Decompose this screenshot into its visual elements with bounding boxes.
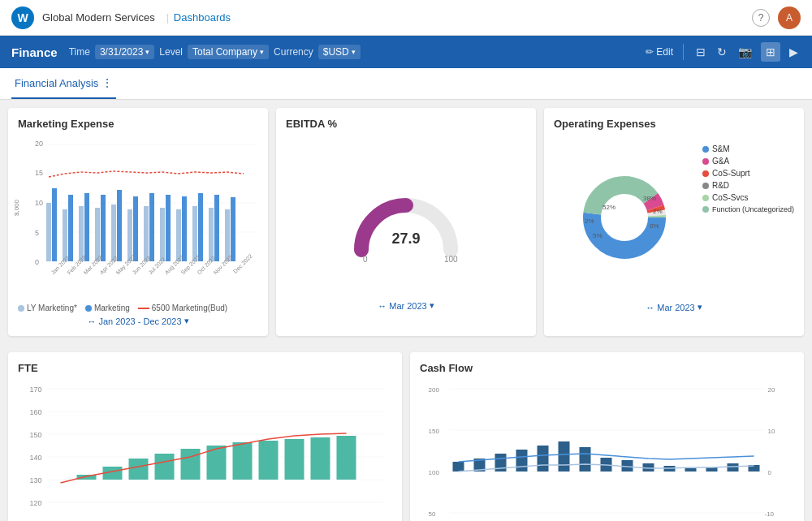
svg-rect-112 (453, 462, 464, 471)
opex-legend-item: CoS-Suprt (702, 169, 794, 178)
svg-rect-80 (155, 454, 175, 480)
avatar[interactable]: A (778, 6, 801, 29)
currency-selector[interactable]: $USD ▾ (318, 45, 361, 59)
marketing-chart-footer: LY Marketing* Marketing 6500 Marketing(B… (18, 304, 258, 312)
svg-text:52%: 52% (603, 204, 615, 211)
svg-text:20: 20 (768, 386, 775, 394)
svg-text:15: 15 (35, 169, 43, 177)
svg-rect-83 (233, 442, 253, 480)
svg-text:10: 10 (35, 199, 43, 207)
finance-title: Finance (11, 45, 58, 59)
svg-rect-25 (160, 208, 165, 261)
camera-icon[interactable]: 📷 (736, 43, 754, 61)
svg-rect-81 (181, 449, 201, 480)
edit-button[interactable]: ✏ Edit (646, 46, 673, 58)
svg-rect-15 (79, 206, 84, 261)
cashflow-chart-title: Cash Flow (420, 362, 794, 374)
fte-chart-title: FTE (18, 362, 392, 374)
svg-rect-16 (84, 193, 89, 261)
marketing-expense-card: Marketing Expense 20 15 10 5 0 $,000 (8, 108, 268, 336)
workday-logo[interactable]: W (11, 6, 34, 29)
grid-view-icon[interactable]: ⊞ (761, 42, 780, 62)
svg-text:0: 0 (768, 469, 772, 476)
legend-dot (702, 183, 709, 189)
svg-rect-84 (259, 441, 279, 480)
svg-rect-12 (52, 188, 57, 261)
legend-dot (18, 305, 24, 312)
legend-line (138, 308, 149, 309)
legend-dot (702, 206, 709, 213)
svg-text:2%: 2% (585, 217, 594, 225)
svg-rect-30 (198, 193, 203, 261)
svg-rect-87 (337, 436, 356, 480)
ebitda-chart-area: 27.9 0 100 (286, 136, 526, 299)
finance-toolbar: Finance Time 3/31/2023 ▾ Level Total Com… (0, 36, 812, 68)
nav-separator: | (166, 12, 169, 24)
cashflow-card: Cash Flow 200 150 100 50 20 10 0 -10 (410, 352, 804, 521)
chevron-down-icon: ▾ (184, 316, 189, 326)
filter-icon[interactable]: ⊟ (693, 43, 708, 61)
refresh-icon[interactable]: ↻ (715, 43, 729, 61)
svg-text:100: 100 (429, 469, 440, 476)
time-selector[interactable]: 3/31/2023 ▾ (95, 45, 154, 59)
toolbar-actions: ✏ Edit ⊟ ↻ 📷 ⊞ ▶ (646, 42, 801, 62)
svg-rect-115 (516, 450, 528, 471)
svg-text:$,000: $,000 (13, 199, 20, 216)
svg-rect-86 (311, 437, 330, 480)
svg-rect-125 (728, 463, 739, 471)
svg-text:5%: 5% (593, 232, 603, 239)
opex-legend-item: S&M (702, 144, 794, 153)
svg-text:20: 20 (35, 140, 43, 148)
currency-label: Currency (274, 46, 313, 58)
svg-text:-10: -10 (765, 510, 775, 518)
dashboards-link[interactable]: Dashboards (174, 11, 231, 24)
level-selector[interactable]: Total Company ▾ (188, 45, 269, 59)
svg-rect-14 (68, 195, 73, 261)
svg-rect-117 (559, 441, 570, 471)
company-name: Global Modern Services (42, 11, 155, 24)
ebitda-date-selector[interactable]: ↔ Mar 2023 ▾ (378, 300, 434, 311)
svg-text:150: 150 (30, 431, 42, 439)
ebitda-card: EBITDA % 27.9 0 100 ↔ Mar 2023 ▾ (276, 108, 536, 336)
pencil-icon: ✏ (646, 46, 654, 58)
svg-text:2%: 2% (653, 208, 663, 215)
opex-date-selector[interactable]: ↔ Mar 2023 ▾ (646, 302, 702, 312)
legend-dot (702, 195, 709, 201)
marketing-chart-title: Marketing Expense (18, 118, 258, 130)
svg-text:170: 170 (30, 385, 42, 394)
video-icon[interactable]: ▶ (787, 43, 801, 61)
legend-marketing: Marketing (85, 304, 130, 312)
opex-chart-title: Operating Expenses (554, 118, 794, 130)
svg-text:50: 50 (429, 510, 436, 518)
opex-donut-wrap: 52% 38% 5% 2% 2% 0% (554, 136, 696, 299)
legend-dot (702, 146, 709, 153)
svg-text:120: 120 (30, 499, 42, 507)
chevron-down-icon: ▾ (430, 300, 434, 311)
top-nav: W Global Modern Services | Dashboards ? … (0, 0, 812, 36)
tab-options-icon[interactable]: ⋮ (102, 76, 113, 89)
svg-rect-22 (133, 196, 138, 261)
legend-ly-marketing: LY Marketing* (18, 304, 77, 312)
svg-text:140: 140 (30, 454, 42, 462)
tab-bar: Financial Analysis ⋮ (0, 68, 812, 100)
svg-rect-19 (111, 205, 116, 261)
svg-rect-29 (192, 206, 197, 261)
top-nav-right: ? A (752, 6, 801, 29)
legend-dot (702, 158, 709, 165)
svg-rect-24 (149, 193, 154, 261)
marketing-date-selector[interactable]: ↔ Jan 2023 - Dec 2023 ▾ (87, 316, 188, 326)
chevron-down-icon: ▾ (145, 48, 149, 56)
opex-chart-area: 52% 38% 5% 2% 2% 0% S&M G&A (554, 136, 794, 299)
marketing-legend: LY Marketing* Marketing 6500 Marketing(B… (18, 304, 227, 312)
legend-dot (85, 305, 92, 312)
opex-legend-item: CoS-Svcs (702, 193, 794, 202)
help-icon[interactable]: ? (752, 9, 770, 27)
level-label: Level (159, 46, 183, 58)
svg-rect-20 (117, 190, 122, 261)
tab-financial-analysis[interactable]: Financial Analysis ⋮ (11, 68, 116, 99)
svg-text:0: 0 (363, 255, 368, 264)
legend-dot (702, 170, 709, 177)
svg-text:0: 0 (35, 258, 39, 266)
opex-legend: S&M G&A CoS-Suprt R&D CoS-Svcs (702, 136, 794, 299)
opex-legend-item: R&D (702, 181, 794, 190)
